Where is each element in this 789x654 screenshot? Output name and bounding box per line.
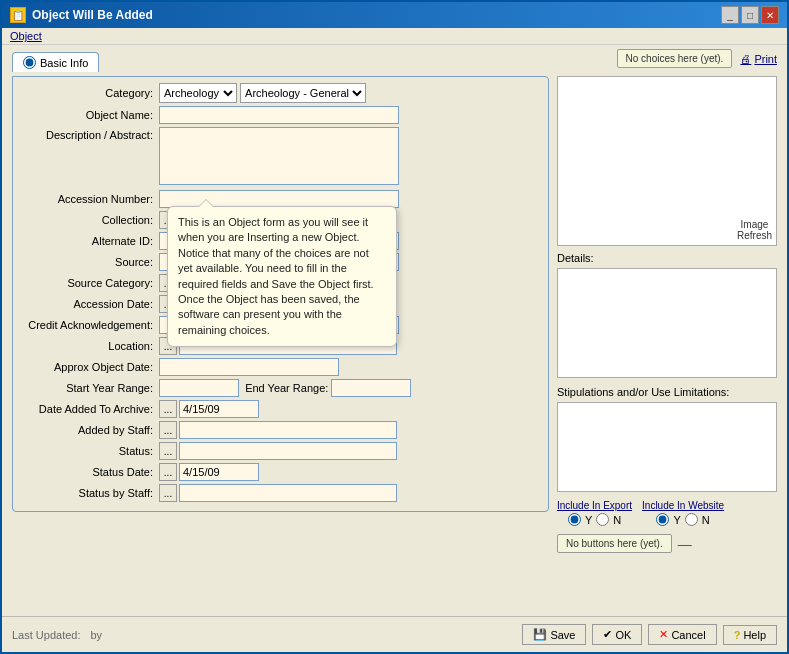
approx-object-date-row: Approx Object Date:	[19, 358, 542, 376]
category-label: Category:	[19, 87, 159, 99]
date-added-label: Date Added To Archive:	[19, 403, 159, 415]
printer-icon: 🖨	[740, 53, 751, 65]
export-group: Include In Export Y N	[557, 500, 632, 526]
stipulations-scrollarea[interactable]	[558, 403, 776, 491]
added-by-staff-label: Added by Staff:	[19, 424, 159, 436]
checkmark-icon: ✔	[603, 628, 612, 641]
status-by-staff-input[interactable]	[179, 484, 397, 502]
approx-object-date-label: Approx Object Date:	[19, 361, 159, 373]
save-button[interactable]: 💾 Save	[522, 624, 586, 645]
ok-button[interactable]: ✔ OK	[592, 624, 642, 645]
stipulations-label: Stipulations and/or Use Limitations:	[557, 386, 777, 398]
accession-date-label: Accession Date:	[19, 298, 159, 310]
website-y-radio[interactable]	[656, 513, 669, 526]
tooltip-text: This is an Object form as you will see i…	[178, 216, 374, 336]
status-date-input[interactable]	[179, 463, 259, 481]
year-range-row: Start Year Range: End Year Range:	[19, 379, 542, 397]
status-label: Status:	[19, 445, 159, 457]
close-button[interactable]: ✕	[761, 6, 779, 24]
no-buttons-row: No buttons here (yet). —	[557, 534, 777, 553]
object-name-row: Object Name:	[19, 106, 542, 124]
title-bar-controls: _ □ ✕	[721, 6, 779, 24]
date-added-browse-button[interactable]: ...	[159, 400, 177, 418]
description-label: Description / Abstract:	[19, 127, 159, 141]
help-label: Help	[743, 629, 766, 641]
menu-bar: Object	[2, 28, 787, 45]
status-input[interactable]	[179, 442, 397, 460]
cancel-label: Cancel	[671, 629, 705, 641]
tab-basic-info[interactable]: Basic Info	[12, 52, 99, 72]
minimize-button[interactable]: _	[721, 6, 739, 24]
ok-label: OK	[615, 629, 631, 641]
cancel-button[interactable]: ✕ Cancel	[648, 624, 716, 645]
details-label: Details:	[557, 252, 777, 264]
status-date-row: Status Date: ...	[19, 463, 542, 481]
website-radio-row: Y N	[656, 513, 709, 526]
export-radio-row: Y N	[568, 513, 621, 526]
by-label: by	[91, 629, 103, 641]
credit-acknowledgement-label: Credit Acknowledgement:	[19, 319, 159, 331]
no-choices-badge: No choices here (yet).	[617, 49, 733, 68]
description-row: Description / Abstract:	[19, 127, 542, 187]
window-title: Object Will Be Added	[32, 8, 153, 22]
status-by-staff-browse-button[interactable]: ...	[159, 484, 177, 502]
website-n-radio[interactable]	[685, 513, 698, 526]
end-year-range-input[interactable]	[331, 379, 411, 397]
alternate-id-label: Alternate ID:	[19, 235, 159, 247]
help-button[interactable]: ? Help	[723, 625, 777, 645]
category-dropdown[interactable]: Archeology	[159, 83, 237, 103]
print-button[interactable]: 🖨 Print	[740, 53, 777, 65]
export-website-row: Include In Export Y N Include In Website…	[557, 500, 777, 526]
export-n-radio[interactable]	[596, 513, 609, 526]
title-bar-left: 📋 Object Will Be Added	[10, 7, 153, 23]
status-browse-button[interactable]: ...	[159, 442, 177, 460]
title-bar: 📋 Object Will Be Added _ □ ✕	[2, 2, 787, 28]
status-row: Status: ...	[19, 442, 542, 460]
details-scrollarea[interactable]	[558, 269, 776, 377]
added-by-staff-input[interactable]	[179, 421, 397, 439]
website-n-label: N	[702, 514, 710, 526]
details-box	[557, 268, 777, 378]
subcategory-dropdown[interactable]: Archeology - General	[240, 83, 366, 103]
menu-item-object[interactable]: Object	[10, 30, 42, 42]
status-date-browse-button[interactable]: ...	[159, 463, 177, 481]
object-name-label: Object Name:	[19, 109, 159, 121]
maximize-button[interactable]: □	[741, 6, 759, 24]
status-by-staff-row: Status by Staff: ...	[19, 484, 542, 502]
export-y-label: Y	[585, 514, 592, 526]
content-area: Category: Archeology Archeology - Genera…	[2, 72, 787, 644]
no-buttons-badge: No buttons here (yet).	[557, 534, 672, 553]
source-category-label: Source Category:	[19, 277, 159, 289]
status-date-label: Status Date:	[19, 466, 159, 478]
save-icon: 💾	[533, 628, 547, 641]
description-textarea-wrapper	[159, 127, 399, 187]
cancel-icon: ✕	[659, 628, 668, 641]
object-name-input[interactable]	[159, 106, 399, 124]
location-label: Location:	[19, 340, 159, 352]
help-icon: ?	[734, 629, 741, 641]
end-year-range-label: End Year Range:	[245, 382, 328, 394]
tab-basic-info-label: Basic Info	[40, 57, 88, 69]
added-by-staff-row: Added by Staff: ...	[19, 421, 542, 439]
stipulations-box	[557, 402, 777, 492]
added-by-staff-browse-button[interactable]: ...	[159, 421, 177, 439]
include-export-label[interactable]: Include In Export	[557, 500, 632, 511]
approx-object-date-input[interactable]	[159, 358, 339, 376]
print-label: Print	[754, 53, 777, 65]
tab-radio-basic-info[interactable]	[23, 56, 36, 69]
bottom-bar: Last Updated: by 💾 Save ✔ OK ✕ Cancel ? …	[2, 616, 787, 652]
include-website-label[interactable]: Include In Website	[642, 500, 724, 511]
start-year-range-label: Start Year Range:	[19, 382, 159, 394]
right-panel: Image Refresh Details: Stipulations and/…	[557, 76, 777, 604]
export-y-radio[interactable]	[568, 513, 581, 526]
accession-number-label: Accession Number:	[19, 193, 159, 205]
description-textarea[interactable]	[159, 127, 399, 185]
form-panel: Category: Archeology Archeology - Genera…	[12, 76, 549, 604]
status-by-staff-label: Status by Staff:	[19, 487, 159, 499]
source-label: Source:	[19, 256, 159, 268]
export-n-label: N	[613, 514, 621, 526]
date-added-input[interactable]	[179, 400, 259, 418]
window-icon: 📋	[10, 7, 26, 23]
category-row: Category: Archeology Archeology - Genera…	[19, 83, 542, 103]
start-year-range-input[interactable]	[159, 379, 239, 397]
